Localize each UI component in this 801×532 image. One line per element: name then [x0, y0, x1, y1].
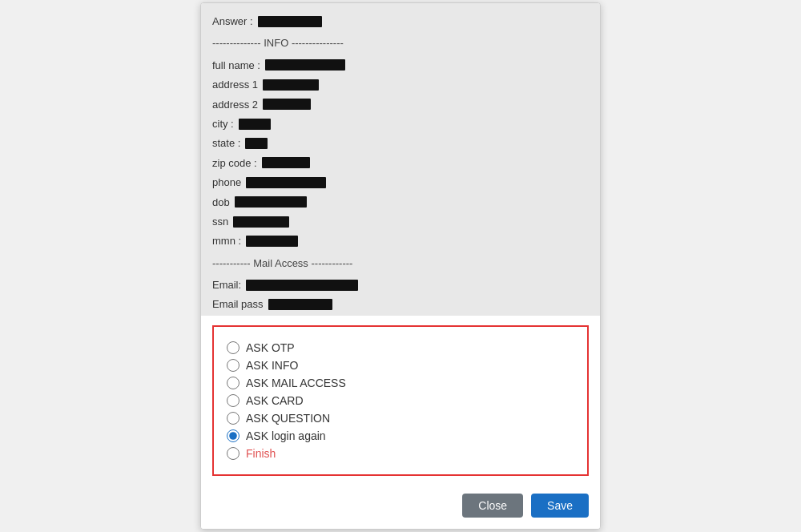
email-row: Email: [212, 276, 589, 294]
option-ask-otp[interactable]: ASK OTP [227, 341, 574, 354]
ssn-value [233, 216, 289, 228]
mmn-label: mmn : [212, 232, 241, 250]
save-button[interactable]: Save [531, 494, 589, 518]
scrollable-content[interactable]: Answer : -------------- INFO -----------… [201, 3, 600, 316]
address2-value [263, 99, 311, 110]
option-ask-info[interactable]: ASK INFO [227, 359, 574, 372]
radio-ask-question[interactable] [227, 412, 239, 425]
zipcode-label: zip code : [212, 154, 257, 172]
city-row: city : [212, 115, 589, 133]
emailpass-label: Email pass [212, 295, 264, 313]
label-finish: Finish [246, 447, 276, 460]
ssn-row: ssn [212, 212, 589, 231]
radio-ask-login-again[interactable] [227, 429, 239, 442]
phone-label: phone [212, 173, 241, 191]
dob-value [235, 196, 307, 208]
ssn-label: ssn [212, 212, 228, 231]
emailpass-value [268, 299, 332, 310]
answer-row: Answer : [212, 12, 589, 30]
emailpass2-row: Email pass 2 [212, 315, 589, 316]
emailpass2-label: Email pass 2 [212, 315, 272, 316]
option-ask-question[interactable]: ASK QUESTION [227, 412, 574, 425]
address2-row: address 2 [212, 95, 589, 114]
option-finish[interactable]: Finish [227, 447, 574, 460]
answer-value [258, 16, 322, 27]
zipcode-value [262, 157, 310, 168]
state-value [245, 138, 268, 149]
dialog-footer: Close Save [201, 486, 600, 529]
radio-ask-mail-access[interactable] [227, 377, 239, 389]
label-ask-otp: ASK OTP [246, 341, 295, 354]
address1-row: address 1 [212, 75, 589, 94]
close-button[interactable]: Close [462, 494, 523, 518]
dialog: Answer : -------------- INFO -----------… [200, 2, 601, 530]
radio-ask-info[interactable] [227, 359, 239, 372]
radio-ask-card[interactable] [227, 394, 239, 407]
email-label: Email: [212, 276, 241, 294]
phone-row: phone [212, 173, 589, 191]
label-ask-card: ASK CARD [246, 394, 304, 407]
answer-label: Answer : [212, 12, 253, 30]
address1-value [263, 79, 319, 91]
address1-label: address 1 [212, 75, 258, 94]
mail-divider: ----------- Mail Access ------------ [212, 254, 589, 272]
label-ask-mail-access: ASK MAIL ACCESS [246, 377, 346, 389]
option-ask-login-again[interactable]: ASK login again [227, 429, 574, 442]
dob-label: dob [212, 193, 230, 212]
label-ask-info: ASK INFO [246, 359, 298, 372]
info-divider: -------------- INFO --------------- [212, 34, 589, 52]
mmn-value [246, 236, 298, 247]
city-value [239, 119, 271, 130]
emailpass-row: Email pass [212, 295, 589, 313]
fullname-label: full name : [212, 56, 260, 75]
state-row: state : [212, 134, 589, 152]
phone-value [246, 177, 326, 188]
mmn-row: mmn : [212, 232, 589, 250]
radio-finish[interactable] [227, 447, 239, 460]
city-label: city : [212, 115, 234, 133]
fullname-row: full name : [212, 56, 589, 75]
state-label: state : [212, 134, 240, 152]
option-ask-card[interactable]: ASK CARD [227, 394, 574, 407]
address2-label: address 2 [212, 95, 258, 114]
fullname-value [265, 59, 345, 71]
email-value [246, 280, 358, 291]
dob-row: dob [212, 193, 589, 212]
option-ask-mail-access[interactable]: ASK MAIL ACCESS [227, 377, 574, 389]
label-ask-login-again: ASK login again [246, 429, 326, 442]
label-ask-question: ASK QUESTION [246, 412, 330, 425]
zipcode-row: zip code : [212, 154, 589, 172]
options-box: ASK OTP ASK INFO ASK MAIL ACCESS ASK CAR… [212, 325, 589, 476]
radio-ask-otp[interactable] [227, 341, 239, 354]
